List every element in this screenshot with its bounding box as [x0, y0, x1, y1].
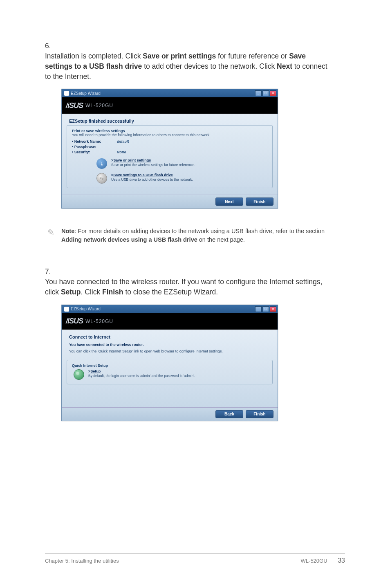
note-t2: on the next page.	[197, 236, 245, 243]
ezsetup-dialog-2: EZSetup Wizard _ □ × /iSUS WL-520GU Conn…	[61, 305, 278, 421]
security-row: Security: None	[72, 150, 267, 154]
footer-right: WL-520GU 33	[301, 557, 345, 564]
usb-link-block: Save settings to a USB flash drive Use a…	[111, 173, 193, 182]
security-value: None	[117, 150, 126, 154]
dialog-brand-header-2: /iSUS WL-520GU	[62, 313, 278, 330]
step-6-bold-1: Save or print settings	[143, 52, 216, 60]
save-or-print-link[interactable]: Save or print settings	[111, 158, 195, 162]
note-bold: Adding network devices using a USB flash…	[61, 236, 197, 243]
network-name-value: default	[117, 139, 129, 144]
step-6: 6. Installation is completed. Click Save…	[45, 41, 345, 81]
next-button[interactable]: Next	[215, 197, 243, 206]
app-icon	[64, 91, 69, 96]
security-label: Security:	[72, 150, 117, 154]
note-t1: : For more details on adding devices to …	[74, 228, 325, 234]
step-7-number: 7.	[45, 267, 56, 277]
save-icon: ⤓	[96, 158, 107, 169]
pencil-icon: ✎	[46, 227, 55, 239]
step-6-bold-3: Next	[277, 62, 292, 70]
step-6-body: Installation is completed. Click Save or…	[45, 51, 333, 82]
save-print-link-row: ⤓ Save or print settings Save or print t…	[96, 158, 267, 169]
globe-icon	[74, 369, 84, 380]
connect-line-2: You can click the 'Quick Internet Setup'…	[69, 349, 270, 353]
step-7-t3: to close the EZSetup Wizard.	[123, 288, 218, 296]
step-7-t2: . Click	[81, 288, 103, 296]
network-name-row: Network Name: default	[72, 139, 267, 144]
dialog-body-2: Connect to Internet You have connected t…	[62, 330, 278, 407]
asus-logo-2: /iSUS	[66, 317, 83, 325]
footer-chapter: Chapter 5: Installing the utilities	[45, 558, 119, 564]
finish-button-2[interactable]: Finish	[246, 410, 273, 418]
note-text: Note: For more details on adding devices…	[61, 227, 343, 244]
step-7-body: You have connected to the wireless route…	[45, 277, 333, 297]
qis-link-block: Setup By default, the login username is …	[88, 369, 195, 378]
step-7-bold-2: Finish	[102, 288, 123, 296]
step-7-bold-1: Setup	[61, 288, 81, 296]
footer-model: WL-520GU	[301, 558, 327, 564]
connect-line-1: You have connected to the wireless route…	[69, 343, 270, 347]
setup-link[interactable]: Setup	[88, 369, 195, 373]
step-7: 7. You have connected to the wireless ro…	[45, 267, 345, 297]
setup-desc: By default, the login username is 'admin…	[88, 374, 195, 378]
save-to-usb-desc: Use a USB drive to add other devices to …	[111, 177, 193, 182]
qis-legend: Quick Internet Setup	[72, 364, 267, 368]
titlebar-left-2: EZSetup Wizard	[64, 307, 101, 312]
qis-row: Setup By default, the login username is …	[74, 369, 267, 380]
window-controls: _ □ ×	[255, 90, 276, 96]
save-to-usb-link[interactable]: Save settings to a USB flash drive	[111, 173, 193, 177]
model-label: WL-520GU	[85, 103, 113, 108]
panel-title: EZSetup finished successfully	[67, 118, 273, 124]
save-print-link-block: Save or print settings Save or print the…	[111, 158, 195, 167]
maximize-button-2[interactable]: □	[262, 306, 269, 312]
minimize-button-2[interactable]: _	[255, 306, 262, 312]
save-or-print-desc: Save or print the wireless settings for …	[111, 163, 195, 167]
finish-button[interactable]: Finish	[246, 197, 273, 206]
dialog-body: EZSetup finished successfully Print or s…	[62, 114, 278, 195]
note-prefix: Note	[61, 228, 74, 234]
network-name-label: Network Name:	[72, 139, 117, 144]
app-icon-2	[64, 307, 69, 312]
fieldset-legend: Print or save wireless settings	[72, 129, 267, 133]
window-controls-2: _ □ ×	[255, 306, 276, 312]
close-button-2[interactable]: ×	[270, 306, 276, 312]
usb-icon: ⇆	[96, 173, 107, 184]
back-button[interactable]: Back	[215, 410, 243, 418]
page-number: 33	[338, 557, 345, 564]
asus-logo: /iSUS	[66, 101, 83, 110]
dialog-footer-2: Back Finish	[62, 407, 278, 421]
window-title-2: EZSetup Wizard	[71, 307, 101, 311]
quick-internet-setup-fieldset: Quick Internet Setup Setup By default, t…	[67, 360, 273, 384]
window-title: EZSetup Wizard	[71, 91, 101, 96]
usb-link-row: ⇆ Save settings to a USB flash drive Use…	[96, 173, 267, 184]
page-footer: Chapter 5: Installing the utilities WL-5…	[45, 553, 345, 564]
panel-title-2: Connect to Internet	[67, 334, 273, 340]
step-6-t2: for future reference or	[216, 52, 289, 60]
step-6-t3: to add other devices to the network. Cli…	[142, 62, 277, 70]
passphrase-label: Passphrase:	[72, 145, 117, 149]
step-6-number: 6.	[45, 41, 56, 51]
wireless-settings-fieldset: Print or save wireless settings You will…	[67, 125, 273, 188]
ezsetup-dialog-1: EZSetup Wizard _ □ × /iSUS WL-520GU EZSe…	[61, 89, 278, 209]
maximize-button[interactable]: □	[262, 90, 269, 96]
model-label-2: WL-520GU	[85, 319, 113, 324]
note-box: ✎ Note: For more details on adding devic…	[45, 221, 345, 250]
dialog-brand-header: /iSUS WL-520GU	[62, 97, 278, 114]
titlebar-left: EZSetup Wizard	[64, 91, 101, 96]
passphrase-row: Passphrase:	[72, 145, 267, 149]
titlebar-2: EZSetup Wizard _ □ ×	[62, 305, 278, 313]
dialog-footer: Next Finish	[62, 195, 278, 208]
fieldset-help: You will need to provide the following i…	[72, 133, 267, 137]
minimize-button[interactable]: _	[255, 90, 262, 96]
close-button[interactable]: ×	[270, 90, 276, 96]
step-6-t1: Installation is completed. Click	[45, 52, 143, 60]
titlebar: EZSetup Wizard _ □ ×	[62, 89, 278, 97]
